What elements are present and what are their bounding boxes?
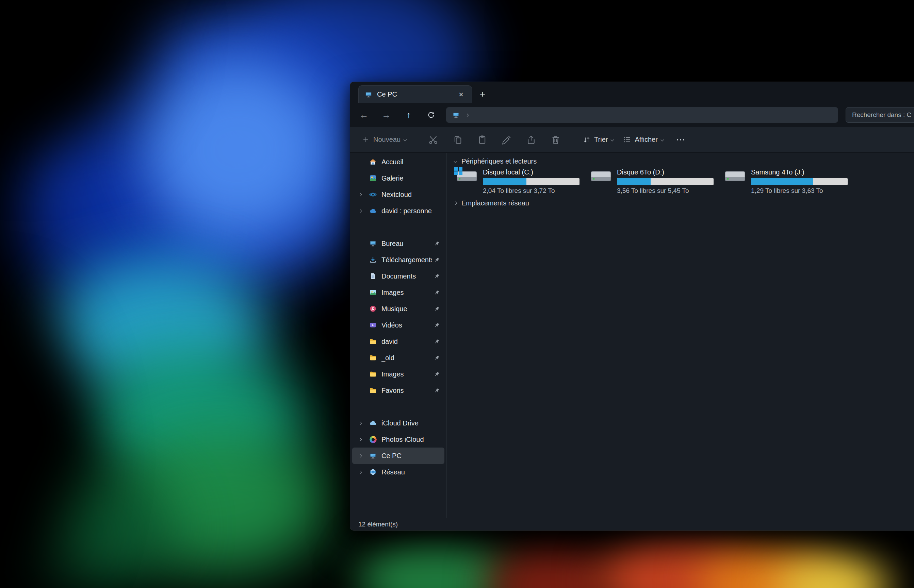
sidebar-item-ce-pc[interactable]: Ce PC — [352, 447, 445, 464]
pin-icon — [434, 241, 440, 247]
window-body: Accueil Galerie Nextcloud — [350, 153, 914, 518]
picture-icon — [369, 288, 377, 297]
chevron-right-icon[interactable] — [358, 438, 362, 441]
trier-button[interactable]: Trier — [578, 130, 618, 149]
sidebar-item-accueil[interactable]: Accueil — [352, 154, 445, 170]
forward-button[interactable]: → — [377, 107, 396, 123]
rename-button[interactable] — [497, 131, 516, 149]
house-icon — [369, 157, 377, 166]
toolbar-separator — [416, 134, 416, 145]
chevron-right-icon — [454, 201, 457, 205]
windows-logo-icon — [454, 167, 463, 175]
chevron-right-icon[interactable] — [358, 422, 362, 425]
onedrive-cloud-icon — [369, 207, 377, 215]
sidebar-item-favoris[interactable]: Favoris — [352, 382, 445, 399]
sidebar-item-david-personnel[interactable]: david : personnel — [352, 203, 445, 219]
sidebar-spacer — [350, 219, 446, 235]
sidebar-item-telechargements[interactable]: Téléchargements — [352, 252, 445, 268]
drive-tile-c[interactable]: Disque local (C:) 2,04 To libres sur 3,7… — [456, 168, 580, 194]
more-options-button[interactable] — [671, 131, 690, 149]
sidebar-spacer — [350, 399, 446, 415]
tab-title: Ce PC — [377, 90, 451, 98]
chevron-right-icon[interactable] — [358, 209, 362, 213]
content-pane: Périphériques et lecteurs Disque local (… — [447, 153, 914, 518]
drive-free-space: 1,29 To libres sur 3,63 To — [751, 187, 848, 194]
explorer-window: Ce PC × + ← → ↑ Rechercher dans : C — [350, 82, 914, 530]
pin-icon — [434, 257, 440, 263]
wallpaper-blob — [143, 61, 333, 238]
drive-icon — [725, 169, 746, 186]
icloud-icon — [369, 418, 377, 428]
pin-icon — [434, 290, 440, 296]
nextcloud-icon — [369, 190, 377, 199]
pin-icon — [434, 388, 440, 394]
sidebar-item-photos-icloud[interactable]: Photos iCloud — [352, 431, 445, 447]
chevron-right-icon[interactable] — [358, 470, 362, 474]
search-input[interactable]: Rechercher dans : C — [846, 107, 914, 123]
sidebar-item-bureau[interactable]: Bureau — [352, 235, 445, 252]
drive-icon — [456, 169, 478, 186]
back-button[interactable]: ← — [354, 107, 373, 123]
sidebar-item-musique[interactable]: Musique — [352, 300, 445, 317]
refresh-button[interactable] — [422, 107, 441, 123]
item-count-label: 12 élément(s) — [358, 521, 398, 528]
toolbar-separator — [573, 134, 573, 145]
pin-icon — [434, 355, 440, 361]
copy-button[interactable] — [448, 131, 467, 149]
chevron-right-icon[interactable] — [466, 113, 469, 117]
music-icon — [369, 304, 377, 313]
pin-icon — [434, 339, 440, 344]
section-title: Emplacements réseau — [461, 199, 529, 207]
desktop[interactable]: Ce PC × + ← → ↑ Rechercher dans : C — [0, 0, 914, 588]
chevron-right-icon[interactable] — [358, 193, 362, 196]
drive-free-space: 2,04 To libres sur 3,72 To — [483, 187, 580, 194]
sidebar-item-documents[interactable]: Documents — [352, 268, 445, 284]
share-button[interactable] — [522, 131, 541, 149]
folder-icon — [369, 353, 377, 362]
drive-name: Disque local (C:) — [483, 168, 580, 176]
section-title: Périphériques et lecteurs — [461, 157, 537, 165]
drive-icon — [590, 169, 612, 186]
delete-button[interactable] — [546, 131, 565, 149]
new-tab-button[interactable]: + — [475, 86, 490, 102]
titlebar[interactable]: Ce PC × + — [350, 82, 914, 103]
section-devices-header[interactable]: Périphériques et lecteurs — [451, 155, 914, 168]
chevron-down-icon — [660, 138, 664, 142]
document-icon — [369, 272, 377, 281]
sidebar-item-images-folder[interactable]: Images — [352, 366, 445, 382]
tab-ce-pc[interactable]: Ce PC × — [358, 86, 472, 103]
folder-icon — [369, 386, 377, 395]
drives-row: Disque local (C:) 2,04 To libres sur 3,7… — [451, 168, 914, 194]
plus-icon — [362, 136, 370, 144]
sidebar-item-old[interactable]: _old — [352, 350, 445, 366]
folder-icon — [369, 337, 377, 346]
drive-tile-d[interactable]: Disque 6To (D:) 3,56 To libres sur 5,45 … — [590, 168, 714, 194]
pin-icon — [434, 273, 440, 279]
sidebar-item-videos[interactable]: Vidéos — [352, 317, 445, 333]
drive-usage-bar — [751, 178, 848, 185]
monitor-icon — [451, 110, 460, 120]
search-placeholder: Rechercher dans : C — [852, 111, 911, 119]
monitor-icon — [364, 90, 373, 99]
sidebar-item-david[interactable]: david — [352, 333, 445, 350]
paste-button[interactable] — [472, 131, 492, 149]
sidebar-item-images[interactable]: Images — [352, 284, 445, 300]
sidebar-item-nextcloud[interactable]: Nextcloud — [352, 186, 445, 203]
download-icon — [369, 255, 377, 264]
address-bar[interactable] — [446, 107, 838, 123]
up-button[interactable]: ↑ — [399, 107, 418, 123]
cut-button[interactable] — [424, 131, 443, 149]
section-network-header[interactable]: Emplacements réseau — [451, 197, 914, 210]
address-bar-row: ← → ↑ Rechercher dans : C — [350, 103, 914, 127]
sidebar-item-icloud-drive[interactable]: iCloud Drive — [352, 415, 445, 431]
sidebar-item-reseau[interactable]: Réseau — [352, 464, 445, 480]
drive-usage-bar — [483, 178, 579, 185]
drive-free-space: 3,56 To libres sur 5,45 To — [617, 187, 714, 194]
chevron-right-icon[interactable] — [358, 454, 362, 457]
drive-tile-j[interactable]: Samsung 4To (J:) 1,29 To libres sur 3,63… — [725, 168, 848, 194]
nouveau-button[interactable]: Nouveau — [357, 130, 411, 149]
pin-icon — [434, 306, 440, 312]
close-tab-icon[interactable]: × — [455, 89, 467, 100]
sidebar-item-galerie[interactable]: Galerie — [352, 170, 445, 186]
afficher-button[interactable]: Afficher — [618, 130, 668, 149]
